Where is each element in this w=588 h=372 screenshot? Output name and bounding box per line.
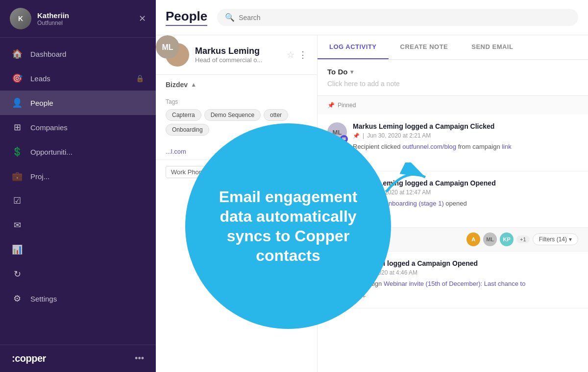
separator: |: [363, 189, 364, 196]
sidebar-item-tasks[interactable]: ☑: [0, 188, 156, 213]
campaign-link[interactable]: link: [502, 143, 512, 150]
todo-section: To Do ▾ Click here to add a note: [318, 60, 588, 96]
tag-otter[interactable]: otter: [264, 109, 288, 121]
todo-label: To Do: [327, 68, 347, 76]
activity-link[interactable]: outfunnel.com/blog: [402, 143, 456, 150]
pinned-section: 📌 Pinned: [318, 96, 588, 115]
todo-placeholder[interactable]: Click here to add a note: [327, 80, 578, 88]
star-icon[interactable]: ☆: [287, 49, 294, 60]
activity-content: Markus Leming logged a Campaign Opened 📌…: [353, 179, 578, 220]
close-icon[interactable]: ✕: [139, 13, 146, 24]
sidebar-item-opportunities[interactable]: 💲 Opportuniti...: [0, 140, 156, 164]
tag-capterra[interactable]: Capterra: [166, 109, 201, 121]
sidebar-item-companies[interactable]: ⊞ Companies: [0, 115, 156, 140]
activity-icon: ↻: [12, 269, 23, 279]
user-info: Katheriin Outfunnel: [37, 11, 69, 26]
activity-date: Jun 4, 2020 at 12:47 AM: [367, 189, 431, 196]
sidebar-item-activity[interactable]: ↻: [0, 262, 156, 286]
todo-header[interactable]: To Do ▾: [327, 68, 578, 76]
sidebar-item-leads[interactable]: 🎯 Leads 🔒: [0, 66, 156, 91]
sidebar: K Katheriin Outfunnel ✕ 🏠 Dashboard 🎯 Le…: [0, 0, 156, 372]
activity-meta: Dec 13, 2020 at 4:46 AM: [353, 269, 578, 276]
work-phone-label: Work Phone: [171, 168, 206, 176]
activity-title: Markus Leming logged a Campaign Clicked: [353, 122, 578, 130]
opportunities-icon: 💲: [12, 146, 23, 157]
activity-date: Jun 30, 2020 at 2:21 AM: [367, 132, 431, 139]
body-text: Recipient clicked: [353, 143, 402, 150]
sidebar-item-email[interactable]: ✉: [0, 213, 156, 237]
tag-demo-sequence[interactable]: Demo Sequence: [204, 109, 261, 121]
section-header[interactable]: Bizdev ▲: [156, 75, 317, 94]
email-icon: ✉: [12, 220, 23, 231]
contact-info: Markus Leming Head of commercial o...: [195, 46, 281, 64]
more-menu-icon[interactable]: ⋮: [298, 49, 307, 60]
copper-logo: :copper: [12, 353, 46, 364]
sidebar-item-label: Opportuniti...: [30, 148, 73, 156]
email-link[interactable]: ...l.com: [166, 148, 186, 155]
sidebar-item-label: Proj...: [30, 172, 49, 181]
tab-send-email[interactable]: SEND EMAIL: [460, 35, 525, 59]
activity-body: Campaign Webinar invite (15th of Decembe…: [353, 279, 578, 289]
tasks-icon: ☑: [12, 195, 23, 206]
activity-card: O ✉ Outfunnel logged a Campaign Opened D…: [318, 252, 588, 308]
activity-card: ML ✉ Markus Leming logged a Campaign Cli…: [318, 115, 588, 171]
activity-card: ML ✉ Markus Leming logged a Campaign Ope…: [318, 171, 588, 228]
emoji-plus: +: [362, 212, 366, 219]
sidebar-item-dashboard[interactable]: 🏠 Dashboard: [0, 42, 156, 66]
activity-type-badge: ✉: [340, 192, 348, 200]
contact-avatar: ML: [166, 43, 189, 67]
contact-name: Markus Leming: [195, 46, 281, 56]
emoji-button[interactable]: 🙂 +: [353, 293, 578, 300]
emoji-icon: 🙂: [353, 212, 361, 219]
sidebar-item-people[interactable]: 👤 People: [0, 91, 156, 115]
projects-icon: 💼: [12, 171, 23, 182]
sidebar-item-analytics[interactable]: 📊: [0, 237, 156, 262]
activity-feed: ML ✉ Markus Leming logged a Campaign Cli…: [318, 115, 588, 372]
activity-content: Markus Leming logged a Campaign Clicked …: [353, 122, 578, 163]
search-input[interactable]: [239, 14, 570, 22]
activity-body: Campaign Onboarding (stage 1) opened: [353, 199, 578, 209]
svg-text:ML: ML: [162, 43, 173, 51]
filters-button[interactable]: Filters (14) ▾: [533, 233, 578, 245]
emoji-button[interactable]: 🙂 +: [353, 156, 578, 163]
emoji-button[interactable]: 🙂 +: [353, 212, 578, 219]
body-text: Campaign: [353, 280, 384, 287]
activity-type-badge: ✉: [340, 272, 348, 280]
more-icon[interactable]: •••: [135, 353, 144, 364]
emoji-icon: 🙂: [353, 156, 361, 163]
search-bar[interactable]: 🔍: [217, 9, 578, 26]
work-phone-field: Work Phone ▾: [156, 160, 317, 184]
companies-icon: ⊞: [12, 122, 23, 133]
user-org: Outfunnel: [37, 20, 69, 26]
pin-icon: 📌: [327, 102, 335, 109]
tab-log-activity[interactable]: LOG ACTIVITY: [318, 35, 389, 59]
leads-icon: 🎯: [12, 73, 23, 84]
tag-onboarding[interactable]: Onboarding: [166, 124, 209, 136]
avatar-a: A: [466, 232, 480, 246]
contact-role: Head of commercial o...: [195, 56, 281, 64]
activity-title: Markus Leming logged a Campaign Opened: [353, 179, 578, 187]
search-icon: 🔍: [225, 13, 235, 22]
analytics-icon: 📊: [12, 244, 23, 255]
activity-link[interactable]: Webinar invite (15th of December): Last …: [384, 280, 526, 287]
topbar: People 🔍: [156, 0, 588, 35]
sidebar-item-projects[interactable]: 💼 Proj...: [0, 164, 156, 188]
section-label: Bizdev: [166, 81, 188, 89]
pinned-label: 📌 Pinned: [327, 100, 578, 111]
sidebar-user[interactable]: K Katheriin Outfunnel: [10, 8, 69, 29]
emoji-plus: +: [362, 156, 366, 163]
body-suffix: from campaign: [456, 143, 502, 150]
copy-icon[interactable]: ⧉: [302, 147, 307, 156]
lock-icon: 🔒: [136, 74, 144, 82]
pin-icon: 📌: [353, 189, 360, 195]
pinned-text: Pinned: [338, 102, 356, 109]
sidebar-item-settings[interactable]: ⚙ Settings: [0, 286, 156, 311]
work-phone-pill[interactable]: Work Phone ▾: [166, 166, 217, 178]
username: Katheriin: [37, 11, 69, 20]
activity-link[interactable]: Onboarding (stage 1): [384, 200, 444, 207]
sidebar-item-label: Leads: [30, 74, 50, 83]
activity-content: Outfunnel logged a Campaign Opened Dec 1…: [353, 259, 578, 300]
tab-create-note[interactable]: CREATE NOTE: [389, 35, 460, 59]
emoji-plus: +: [362, 293, 366, 300]
sidebar-footer: :copper •••: [0, 345, 156, 372]
